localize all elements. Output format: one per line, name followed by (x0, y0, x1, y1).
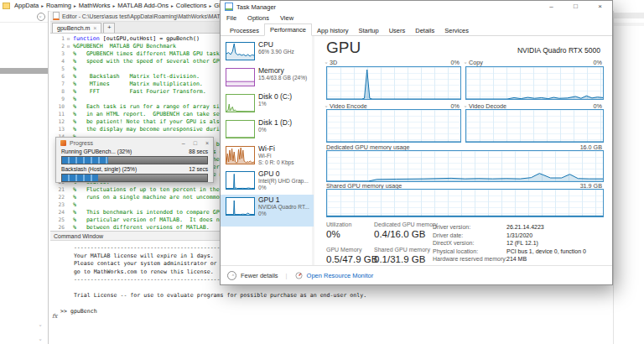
gpu-device-name: NVIDIA Quadro RTX 5000 (517, 46, 600, 55)
chart-copy (465, 66, 604, 100)
mini-chart-cpu (226, 42, 255, 60)
sidebar-item-name: Disk 0 (C:) (258, 92, 313, 101)
sidebar-item-memory[interactable]: Memory15.4/63.8 GB (24%) (221, 65, 314, 91)
breadcrumb-item-appdata[interactable]: AppData (14, 2, 39, 9)
gpu-detail-panel: GPU NVIDIA Quadro RTX 5000 ›3D 0% ›Copy … (315, 36, 612, 265)
maximize-button[interactable]: □ (564, 1, 588, 13)
menu-view[interactable]: View (280, 14, 293, 22)
mini-chart-disk-1-d (226, 120, 255, 138)
sidebar-item-cpu[interactable]: CPU66% 3.90 GHz (221, 39, 314, 65)
mini-chart-wi-fi (226, 146, 255, 164)
tab-gpubench-m[interactable]: gpuBench.m × (52, 23, 101, 33)
close-icon[interactable]: × (205, 140, 209, 146)
dialog-titlebar[interactable]: Progress – □ × (56, 138, 213, 148)
sidebar-item-gpu-1[interactable]: GPU 1NVIDIA Quadro RT...0% (221, 195, 314, 227)
progress-bar (61, 156, 208, 164)
matlab-icon (60, 140, 66, 146)
tab-app-history[interactable]: App history (312, 25, 354, 36)
scroll-down-icon[interactable]: › (39, 325, 44, 326)
minimize-icon[interactable]: – (182, 140, 185, 146)
sidebar-item-disk-1-d[interactable]: Disk 1 (D:)0% (221, 117, 314, 143)
resource-monitor-icon (295, 272, 303, 279)
fewer-details-icon[interactable]: › (227, 271, 236, 280)
task-manager-icon (225, 3, 233, 11)
breadcrumb-separator: ▸ (113, 3, 116, 8)
chart-video-encode (326, 109, 461, 143)
stat-gpu-memory: GPU Memory 0.5/47.9 GB (326, 247, 377, 264)
new-tab-button[interactable]: + (103, 23, 115, 33)
maximize-icon[interactable]: □ (194, 140, 197, 146)
command-window-title: Command Window (54, 233, 103, 239)
editor-document-icon (53, 12, 60, 20)
dialog-title: Progress (70, 140, 179, 146)
progress-task-label: Backslash (Host, single) (25%)12 secs (56, 166, 213, 173)
tab-processes[interactable]: Processes (225, 25, 264, 36)
task-manager-window: Task Manager – □ × FileOptionsView Proce… (220, 0, 613, 285)
performance-panel: CPU66% 3.90 GHzMemory15.4/63.8 GB (24%)D… (221, 36, 612, 265)
menu-options[interactable]: Options (247, 14, 269, 22)
sidebar-item-detail: 0% (258, 211, 313, 217)
tab-startup[interactable]: Startup (353, 25, 383, 36)
sidebar-item-name: Memory (258, 66, 313, 75)
close-button[interactable]: × (588, 1, 612, 13)
mini-chart-gpu-0 (226, 171, 255, 190)
tab-label: gpuBench.m (57, 25, 90, 31)
workspace-row (614, 13, 644, 18)
tab-services[interactable]: Services (439, 25, 474, 36)
breadcrumb-separator: ▸ (41, 3, 44, 8)
driver-info-row: Driver version:26.21.14.4223 (433, 223, 586, 232)
chevron-down-icon: › (325, 62, 330, 64)
gpu-title: GPU (326, 39, 361, 57)
open-resource-monitor-link[interactable]: Open Resource Monitor (307, 272, 374, 279)
selected-row[interactable] (0, 68, 48, 74)
breadcrumb-item-mathworks[interactable]: MathWorks (79, 2, 111, 9)
task-manager-titlebar[interactable]: Task Manager – □ × (221, 1, 612, 13)
scroll-down-icon[interactable]: › (39, 339, 44, 341)
close-tab-icon[interactable]: × (93, 25, 96, 31)
tab-details[interactable]: Details (410, 25, 439, 36)
workspace-panel (613, 11, 644, 344)
sidebar-item-detail: S: 0 R: 0 Kbps (258, 159, 313, 166)
chart-dedicated-memory (326, 150, 604, 182)
tab-users[interactable]: Users (384, 25, 411, 36)
tab-performance[interactable]: Performance (264, 23, 312, 36)
sidebar-item-name: Wi-Fi (258, 144, 313, 153)
command-window-line: Trial License -- for use to evaluate pro… (50, 292, 629, 300)
chevron-down-icon: › (464, 62, 469, 64)
driver-info: Driver version:26.21.14.4223Driver date:… (433, 223, 586, 263)
breadcrumb-separator: ▸ (171, 3, 174, 8)
minimize-button[interactable]: – (539, 1, 564, 13)
mini-chart-gpu-1 (226, 197, 255, 216)
chevron-down-icon: › (464, 106, 469, 107)
sidebar-item-detail: 15.4/63.8 GB (24%) (258, 75, 313, 81)
sidebar-item-name: CPU (258, 40, 313, 49)
footer-divider: | (286, 272, 288, 279)
breadcrumb-item-roaming[interactable]: Roaming (46, 2, 71, 9)
sidebar-item-detail: 1% (258, 101, 313, 107)
panel-menu-icon[interactable]: › (37, 13, 45, 21)
stat-utilization: Utilization 0% (326, 222, 351, 239)
chart-header-copy[interactable]: ›Copy 0% (465, 59, 602, 66)
sidebar-item-gpu-0[interactable]: GPU 0Intel(R) UHD Grap...0% (221, 169, 314, 194)
chart-shared-memory (326, 189, 604, 217)
progress-dialog: Progress – □ × Running GPUBench... (32%)… (55, 137, 214, 183)
breadcrumb-item-collections[interactable]: Collections (176, 2, 207, 9)
sidebar-item-wi-fi[interactable]: Wi-FiWi-FiS: 0 R: 0 Kbps (221, 143, 314, 168)
command-window-line (50, 300, 629, 309)
sidebar-item-detail: Wi-Fi (258, 153, 313, 159)
editor-title: Editor - C:\Users\asus test\AppData\Roam… (62, 13, 244, 19)
window-title: Task Manager (236, 3, 276, 11)
chart-video-decode (465, 109, 604, 143)
chart-header-3d[interactable]: ›3D 0% (326, 59, 460, 66)
progress-bar (61, 174, 208, 182)
driver-info-row: Hardware reserved memory:214 MB (433, 255, 586, 263)
fewer-details-button[interactable]: Fewer details (241, 272, 278, 279)
desktop: AppData▸Roaming▸MathWorks▸MATLAB Add-Ons… (0, 0, 644, 344)
matlab-left-panel: › › › (0, 11, 49, 344)
menu-file[interactable]: File (226, 14, 236, 22)
sidebar-item-detail: NVIDIA Quadro RT... (258, 204, 313, 211)
breadcrumb-item-matlab-add-ons[interactable]: MATLAB Add-Ons (117, 2, 169, 9)
driver-info-row: Physical location:PCI bus 1, device 0, f… (433, 248, 586, 256)
breadcrumb-separator: ▸ (209, 3, 211, 8)
sidebar-item-disk-0-c[interactable]: Disk 0 (C:)1% (221, 91, 314, 117)
